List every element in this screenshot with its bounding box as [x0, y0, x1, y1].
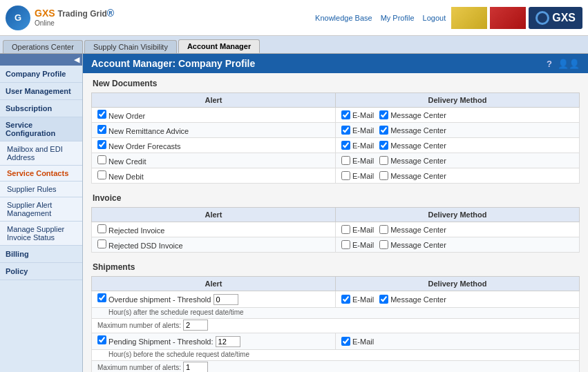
table-row: New Order E-Mail Message Center: [92, 108, 580, 123]
credit-label[interactable]: New Credit: [97, 157, 146, 166]
debit-delivery-cell: E-Mail Message Center: [336, 168, 580, 184]
sidebar-item-user-management[interactable]: User Management: [0, 83, 82, 100]
pending-delivery-cell: E-Mail: [336, 333, 580, 350]
overdue-email-checkbox[interactable]: [341, 295, 350, 304]
debit-email-label[interactable]: E-Mail: [341, 171, 374, 180]
new-order-checkbox[interactable]: [97, 110, 106, 119]
credit-msg-checkbox[interactable]: [379, 156, 388, 165]
sidebar-subitem-supplier-rules[interactable]: Supplier Rules: [0, 182, 82, 197]
invoice-title: Invoice: [91, 193, 580, 203]
rejected-invoice-msg-label[interactable]: Message Center: [379, 225, 446, 234]
tab-account-manager[interactable]: Account Manager: [178, 39, 260, 53]
logo-area: G GXS Trading Grid® Online: [6, 6, 114, 30]
brand-name: GXS Trading Grid®: [35, 8, 114, 19]
forecast-msg-checkbox[interactable]: [379, 141, 388, 150]
pending-email-checkbox[interactable]: [341, 337, 350, 346]
credit-delivery-cell: E-Mail Message Center: [336, 153, 580, 168]
forecast-label[interactable]: New Order Forecasts: [97, 142, 181, 150]
rejected-invoice-msg-checkbox[interactable]: [379, 225, 388, 234]
debit-checkbox[interactable]: [97, 170, 106, 179]
sidebar-subitem-mailbox[interactable]: Mailbox and EDI Address: [0, 141, 82, 166]
logo-text-block: GXS Trading Grid® Online: [35, 8, 114, 26]
remittance-msg-checkbox[interactable]: [379, 126, 388, 135]
sidebar-subitem-service-contacts[interactable]: Service Contacts: [0, 166, 82, 182]
users-icon[interactable]: 👤👤: [558, 59, 580, 69]
header-nav: Knowledge Base My Profile Logout: [315, 14, 446, 22]
remittance-email-label[interactable]: E-Mail: [341, 126, 374, 135]
table-row: Rejected DSD Invoice E-Mail Message Cent…: [92, 237, 580, 253]
pending-threshold-input[interactable]: [216, 336, 240, 347]
overdue-threshold-input[interactable]: [214, 294, 238, 305]
logo-icon: G: [6, 6, 30, 30]
credit-msg-label[interactable]: Message Center: [379, 156, 446, 165]
remittance-email-checkbox[interactable]: [341, 126, 350, 135]
pending-label[interactable]: Pending Shipment - Threshold:: [97, 337, 216, 346]
brand-subtext: Online: [35, 19, 114, 27]
sidebar-item-policy[interactable]: Policy: [0, 263, 82, 280]
rejected-dsd-msg-label[interactable]: Message Center: [379, 240, 446, 249]
pending-max-input[interactable]: [183, 362, 208, 372]
sidebar-subitem-manage-supplier[interactable]: Manage Supplier Invoice Status: [0, 222, 82, 246]
invoice-delivery-header: Delivery Method: [336, 208, 580, 222]
credit-email-label[interactable]: E-Mail: [341, 156, 374, 165]
overdue-msg-checkbox[interactable]: [379, 295, 388, 304]
sidebar-item-company-profile[interactable]: Company Profile: [0, 66, 82, 83]
page-header-icons: ? 👤👤: [547, 59, 580, 69]
debit-label[interactable]: New Debit: [97, 173, 144, 181]
logout-link[interactable]: Logout: [423, 14, 446, 22]
rejected-dsd-label[interactable]: Rejected DSD Invoice: [97, 242, 183, 250]
rejected-invoice-email-label[interactable]: E-Mail: [341, 225, 374, 234]
pending-checkbox[interactable]: [97, 335, 106, 344]
overdue-max-input[interactable]: [183, 320, 208, 331]
credit-email-checkbox[interactable]: [341, 156, 350, 165]
page-title: Account Manager: Company Profile: [91, 58, 255, 69]
overdue-checkbox[interactable]: [97, 293, 106, 302]
rejected-invoice-delivery-cell: E-Mail Message Center: [336, 222, 580, 237]
pending-max-cell: Maximum number of alerts:: [92, 361, 580, 373]
sidebar-toggle[interactable]: ◀: [0, 54, 82, 66]
forecast-email-label[interactable]: E-Mail: [341, 141, 374, 150]
knowledge-base-link[interactable]: Knowledge Base: [315, 14, 372, 22]
rejected-invoice-email-checkbox[interactable]: [341, 225, 350, 234]
sidebar-item-subscription[interactable]: Subscription: [0, 100, 82, 117]
rejected-invoice-label[interactable]: Rejected Invoice: [97, 226, 164, 235]
new-order-msg-checkbox[interactable]: [379, 110, 388, 119]
header: G GXS Trading Grid® Online Knowledge Bas…: [0, 0, 588, 36]
help-icon[interactable]: ?: [547, 59, 552, 69]
new-doc-alert-header: Alert: [92, 93, 336, 108]
forecast-checkbox[interactable]: [97, 140, 106, 149]
rejected-dsd-email-checkbox[interactable]: [341, 240, 350, 249]
overdue-msg-label[interactable]: Message Center: [379, 295, 446, 304]
tab-supply-chain[interactable]: Supply Chain Visibility: [84, 40, 177, 53]
forecast-msg-label[interactable]: Message Center: [379, 141, 446, 150]
sidebar-subitem-supplier-alert[interactable]: Supplier Alert Management: [0, 197, 82, 222]
overdue-label[interactable]: Overdue shipment - Threshold: [97, 295, 214, 304]
rejected-dsd-checkbox[interactable]: [97, 239, 106, 248]
tab-operations-center[interactable]: Operations Center: [3, 40, 83, 53]
debit-msg-checkbox[interactable]: [379, 171, 388, 180]
rejected-dsd-msg-checkbox[interactable]: [379, 240, 388, 249]
remittance-checkbox[interactable]: [97, 125, 106, 134]
new-order-label[interactable]: New Order: [97, 112, 145, 120]
overdue-email-label[interactable]: E-Mail: [341, 295, 374, 304]
my-profile-link[interactable]: My Profile: [381, 14, 415, 22]
pending-email-label[interactable]: E-Mail: [341, 337, 374, 346]
table-row: New Debit E-Mail Message Center: [92, 168, 580, 184]
section-invoice: Invoice Alert Delivery Method Rejected I…: [91, 193, 580, 253]
debit-email-checkbox[interactable]: [341, 171, 350, 180]
debit-msg-label[interactable]: Message Center: [379, 171, 446, 180]
remittance-label[interactable]: New Remittance Advice: [97, 127, 189, 135]
new-order-email-label[interactable]: E-Mail: [341, 110, 374, 119]
new-order-email-checkbox[interactable]: [341, 110, 350, 119]
rejected-invoice-checkbox[interactable]: [97, 224, 106, 233]
sidebar-item-billing[interactable]: Billing: [0, 246, 82, 263]
rejected-dsd-email-label[interactable]: E-Mail: [341, 240, 374, 249]
remittance-msg-label[interactable]: Message Center: [379, 126, 446, 135]
shipments-delivery-header: Delivery Method: [336, 277, 580, 291]
page-body: ◀ Company Profile User Management Subscr…: [0, 54, 588, 372]
new-order-msg-label[interactable]: Message Center: [379, 110, 446, 119]
shipments-alert-header: Alert: [92, 277, 336, 291]
debit-alert-cell: New Debit: [92, 168, 336, 184]
credit-checkbox[interactable]: [97, 155, 106, 164]
forecast-email-checkbox[interactable]: [341, 141, 350, 150]
